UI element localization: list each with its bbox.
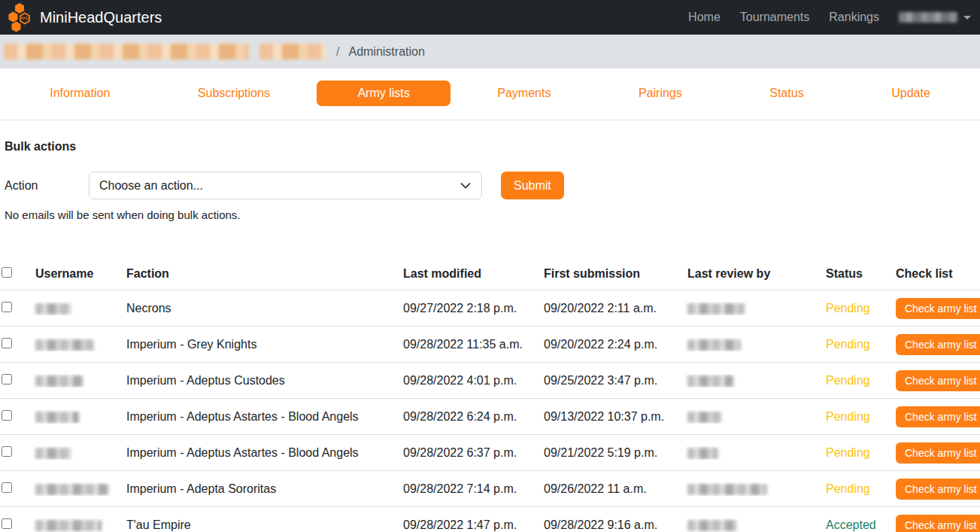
redacted-username (35, 303, 71, 315)
col-last-modified: Last modified (398, 267, 539, 281)
svg-text:MHQ: MHQ (21, 17, 29, 20)
redacted-reviewer (687, 303, 745, 315)
status-text: Accepted (821, 518, 890, 532)
redacted-username (35, 375, 83, 387)
faction-cell: Imperium - Adeptus Astartes - Blood Ange… (121, 410, 398, 424)
col-last-review-by: Last review by (682, 267, 821, 281)
last-modified-cell: 09/27/2022 2:18 p.m. (398, 302, 539, 315)
row-checkbox[interactable] (2, 446, 12, 457)
check-army-list-button[interactable]: Check army list (896, 370, 980, 391)
tab-information[interactable]: Information (9, 81, 151, 106)
last-modified-cell: 09/28/2022 1:47 p.m. (398, 518, 539, 532)
tab-update[interactable]: Update (851, 81, 971, 106)
redacted-reviewer (687, 484, 767, 495)
first-submission-cell: 09/28/2022 9:16 a.m. (539, 518, 682, 532)
first-submission-cell: 09/13/2022 10:37 p.m. (539, 410, 682, 424)
redacted-reviewer (687, 520, 737, 531)
redacted-username (35, 484, 109, 495)
table-row: Imperium - Adeptus Custodes 09/28/2022 4… (0, 363, 980, 399)
mhq-logo-icon: MHQ (8, 2, 33, 32)
col-first-submission: First submission (539, 267, 682, 281)
table-row: Imperium - Adepta Sororitas 09/28/2022 7… (0, 471, 980, 507)
army-lists-table: Username Faction Last modified First sub… (0, 257, 980, 532)
row-checkbox[interactable] (2, 374, 12, 385)
action-select[interactable]: Choose an action... (89, 172, 482, 199)
status-text: Pending (821, 410, 890, 424)
breadcrumb-current: Administration (348, 45, 424, 59)
first-submission-cell: 09/21/2022 5:19 p.m. (539, 446, 682, 460)
select-all-checkbox[interactable] (2, 267, 12, 278)
status-text: Pending (821, 302, 890, 315)
faction-cell: Imperium - Adeptus Custodes (121, 374, 398, 388)
table-body: Necrons 09/27/2022 2:18 p.m. 09/20/2022 … (0, 290, 980, 532)
check-army-list-button[interactable]: Check army list (896, 515, 980, 532)
redacted-breadcrumb-tournament-link[interactable] (4, 44, 249, 59)
table-row: Imperium - Grey Knights 09/28/2022 11:35… (0, 327, 980, 363)
check-army-list-button[interactable]: Check army list (896, 479, 980, 500)
last-modified-cell: 09/28/2022 7:14 p.m. (398, 482, 539, 496)
tab-bar: InformationSubscriptionsArmy listsPaymen… (0, 68, 980, 120)
tab-payments[interactable]: Payments (457, 81, 592, 106)
brand-link[interactable]: MHQ MiniHeadQuarters (8, 2, 162, 32)
redacted-reviewer (687, 339, 741, 351)
tab-subscriptions[interactable]: Subscriptions (157, 81, 311, 106)
check-army-list-button[interactable]: Check army list (896, 334, 980, 355)
action-label: Action (5, 179, 89, 193)
redacted-username-display (899, 12, 957, 23)
faction-cell: Necrons (121, 302, 398, 315)
table-row: T'au Empire 09/28/2022 1:47 p.m. 09/28/2… (0, 507, 980, 532)
table-header-row: Username Faction Last modified First sub… (0, 257, 980, 290)
status-text: Pending (821, 374, 890, 388)
col-check-list: Check list (890, 267, 980, 281)
check-army-list-button[interactable]: Check army list (896, 298, 980, 319)
first-submission-cell: 09/20/2022 2:11 a.m. (539, 302, 682, 315)
table-row: Imperium - Adeptus Astartes - Blood Ange… (0, 399, 980, 435)
faction-cell: Imperium - Adepta Sororitas (121, 482, 398, 496)
brand-title: MiniHeadQuarters (40, 9, 162, 26)
redacted-username (35, 339, 94, 351)
tab-status[interactable]: Status (729, 81, 845, 106)
breadcrumb-separator: / (336, 45, 339, 59)
nav-rankings[interactable]: Rankings (829, 11, 879, 24)
user-menu[interactable] (899, 12, 971, 23)
last-modified-cell: 09/28/2022 4:01 p.m. (398, 374, 539, 388)
status-text: Pending (821, 482, 890, 496)
row-checkbox[interactable] (2, 302, 12, 312)
table-row: Necrons 09/27/2022 2:18 p.m. 09/20/2022 … (0, 290, 980, 327)
faction-cell: T'au Empire (121, 518, 398, 532)
bulk-actions-section: Bulk actions Action Choose an action... … (0, 120, 980, 221)
redacted-reviewer (687, 448, 718, 459)
faction-cell: Imperium - Grey Knights (121, 338, 398, 351)
redacted-username (35, 412, 79, 423)
submit-button[interactable]: Submit (501, 172, 564, 199)
col-faction: Faction (121, 267, 398, 281)
redacted-username (35, 448, 71, 459)
last-modified-cell: 09/28/2022 11:35 a.m. (398, 338, 539, 351)
bulk-actions-heading: Bulk actions (5, 140, 975, 154)
table-row: Imperium - Adeptus Astartes - Blood Ange… (0, 435, 980, 471)
action-select-wrap: Choose an action... (89, 172, 482, 199)
last-modified-cell: 09/28/2022 6:24 p.m. (398, 410, 539, 424)
top-nav: Home Tournaments Rankings (688, 11, 971, 24)
redacted-reviewer (687, 412, 722, 423)
row-checkbox[interactable] (2, 482, 12, 493)
first-submission-cell: 09/25/2022 3:47 p.m. (539, 374, 682, 388)
redacted-breadcrumb-link[interactable] (259, 44, 326, 59)
check-army-list-button[interactable]: Check army list (896, 442, 980, 464)
row-checkbox[interactable] (2, 338, 12, 348)
tab-pairings[interactable]: Pairings (598, 81, 723, 106)
nav-tournaments[interactable]: Tournaments (740, 11, 810, 24)
row-checkbox[interactable] (2, 410, 12, 421)
faction-cell: Imperium - Adeptus Astartes - Blood Ange… (121, 446, 398, 460)
last-modified-cell: 09/28/2022 6:37 p.m. (398, 446, 539, 460)
bulk-actions-note: No emails will be sent when doing bulk a… (5, 208, 975, 221)
nav-home[interactable]: Home (688, 11, 721, 24)
check-army-list-button[interactable]: Check army list (896, 406, 980, 427)
col-username: Username (30, 267, 121, 281)
redacted-reviewer (687, 375, 733, 387)
row-checkbox[interactable] (2, 518, 12, 529)
app-header: MHQ MiniHeadQuarters Home Tournaments Ra… (0, 0, 980, 35)
caret-down-icon (963, 16, 971, 20)
tab-army-lists[interactable]: Army lists (317, 81, 451, 106)
first-submission-cell: 09/20/2022 2:24 p.m. (539, 338, 682, 351)
